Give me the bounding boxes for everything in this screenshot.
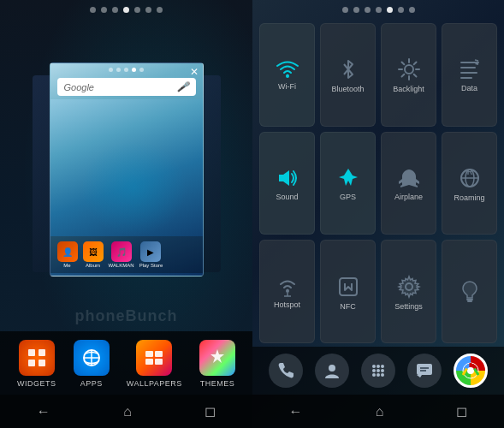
dock-widgets[interactable]: WIDGETS [17, 340, 56, 388]
quick-settings-grid: Wi-Fi Bluetooth Backlight [252, 16, 504, 347]
qs-wifi[interactable]: Wi-Fi [259, 23, 315, 127]
qs-airplane[interactable]: Airplane [381, 132, 436, 235]
mic-icon[interactable]: 🎤 [177, 81, 189, 92]
screen-dot-1 [109, 68, 113, 72]
dock-widgets-label: WIDGETS [17, 379, 56, 388]
svg-point-34 [329, 365, 335, 372]
app-me-icon: 👤 [57, 241, 78, 262]
screen-top-dots [50, 63, 203, 74]
nav-dot-7[interactable] [157, 7, 163, 13]
nav-dot-2[interactable] [101, 7, 107, 13]
qs-nfc[interactable]: NFC [320, 240, 376, 343]
qs-backlight[interactable]: Backlight [381, 23, 436, 127]
nav-dot-3[interactable] [112, 7, 118, 13]
nav-dot-4[interactable] [123, 7, 129, 13]
r-nav-dot-2[interactable] [353, 7, 359, 13]
svg-rect-0 [28, 349, 35, 356]
dock-dialer[interactable] [361, 354, 395, 388]
r-nav-dot-4[interactable] [376, 7, 382, 13]
qs-settings[interactable]: Settings [381, 240, 436, 343]
svg-rect-8 [155, 359, 163, 365]
screen-preview-area: ✕ Google 🎤 👤 Me [0, 16, 252, 331]
qs-settings-label: Settings [394, 302, 423, 311]
qs-nfc-label: NFC [340, 302, 356, 311]
svg-point-42 [377, 373, 380, 377]
dock-contacts[interactable] [315, 354, 349, 388]
qs-roaming[interactable]: R Roaming [442, 132, 497, 235]
qs-bluetooth[interactable]: Bluetooth [320, 23, 376, 127]
right-recents-button[interactable]: ◻ [449, 401, 474, 421]
qs-data[interactable]: Data [442, 23, 497, 127]
screen-card-main[interactable]: ✕ Google 🎤 👤 Me [50, 62, 204, 276]
qs-hotspot-label: Hotspot [274, 300, 300, 309]
app-playstore-icon: ▶ [140, 241, 161, 262]
r-nav-dot-5[interactable] [387, 7, 393, 13]
svg-rect-3 [39, 360, 45, 366]
qs-gps[interactable]: GPS [320, 132, 376, 235]
nav-dot-1[interactable] [90, 7, 96, 13]
left-top-nav [0, 0, 252, 16]
right-panel: Wi-Fi Bluetooth Backlight [252, 0, 504, 428]
dock-wallpapers-label: WALLPAPERS [127, 379, 182, 388]
app-walkman-icon: 🎵 [111, 241, 132, 262]
app-walkman[interactable]: 🎵 WALKMAN [109, 241, 134, 268]
screen-dot-5 [139, 68, 144, 72]
svg-line-18 [413, 62, 416, 65]
qs-sound[interactable]: Sound [259, 132, 315, 235]
back-button[interactable]: ← [30, 402, 57, 421]
qs-gps-label: GPS [340, 193, 356, 201]
themes-icon [199, 340, 235, 376]
dock-themes[interactable]: THEMES [199, 340, 235, 388]
qs-bluetooth-label: Bluetooth [331, 85, 364, 93]
svg-point-36 [377, 365, 380, 368]
google-search-bar[interactable]: Google 🎤 [57, 78, 196, 96]
left-panel: ✕ Google 🎤 👤 Me [0, 0, 252, 428]
app-playstore[interactable]: ▶ Play Store [139, 241, 163, 268]
dock-items: WIDGETS APPS [0, 340, 252, 388]
google-text: Google [64, 82, 94, 92]
bottom-dock: WIDGETS APPS [0, 331, 252, 395]
svg-line-15 [401, 62, 404, 65]
recents-button[interactable]: ◻ [198, 401, 222, 421]
app-album[interactable]: 🖼 Album [83, 241, 104, 268]
qs-roaming-label: Roaming [454, 193, 484, 202]
qs-bulb[interactable] [442, 240, 497, 343]
app-album-label: Album [86, 263, 100, 268]
screen-dot-3 [124, 68, 128, 72]
qs-airplane-label: Airplane [394, 193, 423, 201]
dock-apps[interactable]: APPS [74, 340, 110, 388]
dock-wallpapers[interactable]: WALLPAPERS [127, 340, 182, 388]
dock-chrome[interactable] [454, 354, 488, 388]
qs-data-label: Data [461, 84, 477, 92]
right-back-button[interactable]: ← [282, 402, 310, 421]
right-top-nav [252, 0, 504, 16]
app-me[interactable]: 👤 Me [57, 241, 78, 268]
app-walkman-label: WALKMAN [109, 263, 134, 268]
nav-dot-6[interactable] [145, 7, 151, 13]
svg-point-41 [372, 373, 376, 377]
right-home-button[interactable]: ⌂ [369, 402, 391, 421]
r-nav-dot-3[interactable] [365, 7, 371, 13]
r-nav-dot-6[interactable] [398, 7, 404, 13]
app-me-label: Me [63, 263, 70, 268]
widgets-icon [19, 340, 55, 376]
dock-messaging[interactable] [407, 354, 442, 388]
screen-dot-2 [116, 68, 121, 72]
svg-rect-44 [417, 364, 432, 375]
svg-point-9 [286, 74, 289, 78]
wallpapers-icon [136, 340, 172, 376]
nav-dot-5[interactable] [134, 7, 140, 13]
home-button[interactable]: ⌂ [116, 402, 139, 421]
r-nav-dot-7[interactable] [409, 7, 415, 13]
qs-hotspot[interactable]: Hotspot [259, 240, 315, 343]
svg-rect-5 [145, 351, 153, 357]
r-nav-dot-1[interactable] [342, 7, 348, 13]
svg-point-43 [381, 373, 384, 377]
svg-rect-2 [28, 360, 35, 366]
left-nav-bar: ← ⌂ ◻ [0, 395, 252, 428]
screen-stack: ✕ Google 🎤 👤 Me [41, 62, 212, 285]
close-icon[interactable]: ✕ [190, 66, 199, 78]
svg-point-37 [381, 365, 384, 368]
dock-phone[interactable] [269, 354, 303, 388]
dock-themes-label: THEMES [200, 379, 235, 388]
